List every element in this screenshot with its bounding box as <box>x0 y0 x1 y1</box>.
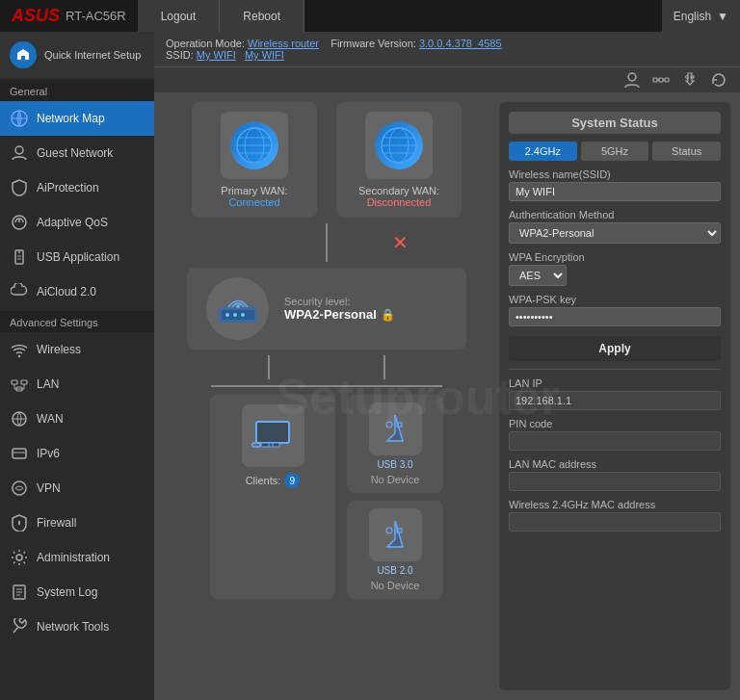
wpa-psk-label: WPA-PSK key <box>509 294 721 305</box>
tab-5ghz[interactable]: 5GHz <box>581 142 649 161</box>
aiprotection-icon <box>10 178 29 197</box>
lan-mac-field: LAN MAC address <box>509 458 721 491</box>
apply-button[interactable]: Apply <box>509 336 721 361</box>
sidebar-label-wan: WAN <box>37 412 64 426</box>
svg-rect-52 <box>261 443 269 447</box>
primary-wan-label: Primary WAN: Connected <box>221 185 287 208</box>
top-nav: Logout Reboot <box>138 0 662 32</box>
sidebar-item-aicloud[interactable]: AiCloud 2.0 <box>0 274 154 309</box>
disconnect-x-icon: ✕ <box>392 231 409 254</box>
sidebar-item-vpn[interactable]: VPN <box>0 471 154 506</box>
user-icon[interactable] <box>622 70 642 90</box>
refresh-icon[interactable] <box>709 70 728 90</box>
sidebar-item-wan[interactable]: WAN <box>0 402 154 436</box>
content-body: Primary WAN: Connected <box>154 92 740 700</box>
svg-point-45 <box>225 313 229 317</box>
ssid-value1[interactable]: My WIFI <box>197 49 236 61</box>
svg-rect-27 <box>659 78 663 82</box>
svg-point-54 <box>386 422 392 428</box>
sidebar-item-administration[interactable]: Administration <box>0 540 154 575</box>
security-mode-text: WPA2-Personal <box>284 307 377 322</box>
tab-24ghz[interactable]: 2.4GHz <box>509 142 577 161</box>
firewall-icon <box>10 513 29 532</box>
secondary-wan-status: Disconnected <box>358 196 439 208</box>
auth-method-select[interactable]: WPA2-Personal <box>509 222 721 244</box>
wpa-enc-select[interactable]: AES <box>509 265 567 286</box>
usb20-node[interactable]: USB 2.0 No Device <box>347 501 443 599</box>
usb-icon[interactable] <box>680 70 700 90</box>
tab-status[interactable]: Status <box>652 142 721 161</box>
sidebar-item-system-log[interactable]: System Log <box>0 575 154 609</box>
svg-point-19 <box>13 481 26 495</box>
wpa-enc-field: WPA Encryption AES <box>509 251 721 286</box>
svg-point-48 <box>236 304 240 308</box>
ssid-value2[interactable]: My WIFI <box>245 49 284 61</box>
lan-mac-value <box>509 472 721 491</box>
lan-ip-label: LAN IP <box>509 377 721 389</box>
sidebar-item-wireless[interactable]: Wireless <box>0 332 154 367</box>
svg-rect-49 <box>256 422 289 443</box>
svg-point-25 <box>628 73 636 81</box>
sidebar-item-firewall[interactable]: Firewall <box>0 506 154 540</box>
language-selector[interactable]: English ▼ <box>662 0 740 32</box>
svg-point-3 <box>15 146 23 154</box>
network-tools-icon <box>10 617 29 636</box>
clients-label: Clients: <box>246 475 281 486</box>
router-node[interactable]: Security level: WPA2-Personal 🔒 <box>187 268 466 350</box>
wan-nodes-row: Primary WAN: Connected <box>164 102 489 218</box>
usb-application-icon <box>10 247 29 267</box>
content-header: Operation Mode: Wireless router Firmware… <box>154 32 740 67</box>
sidebar-item-network-tools[interactable]: Network Tools <box>0 609 154 644</box>
ipv6-icon <box>10 444 29 463</box>
wpa-psk-input[interactable] <box>509 307 721 326</box>
sidebar-label-network-tools: Network Tools <box>37 620 109 634</box>
reboot-button[interactable]: Reboot <box>220 0 304 32</box>
wireless-24-mac-value <box>509 512 721 531</box>
primary-wan-icon <box>221 112 288 179</box>
top-bar: ASUS RT-AC56R Logout Reboot English ▼ <box>0 0 740 32</box>
sidebar-item-aiprotection[interactable]: AiProtection <box>0 170 154 205</box>
usb30-node[interactable]: USB 3.0 No Device <box>347 395 443 493</box>
sidebar-item-network-map[interactable]: Network Map <box>0 101 154 136</box>
network-map-icon <box>10 109 29 128</box>
clients-count-badge: 9 <box>284 473 300 488</box>
wan-icon <box>10 409 29 428</box>
content-area: Operation Mode: Wireless router Firmware… <box>154 32 740 700</box>
secondary-wan-node[interactable]: Secondary WAN: Disconnected <box>336 102 462 218</box>
clients-node[interactable]: Clients: 9 <box>210 395 335 599</box>
sidebar-item-ipv6[interactable]: IPv6 <box>0 436 154 471</box>
sidebar-item-usb-application[interactable]: USB Application <box>0 240 154 274</box>
sidebar-item-quick-setup[interactable]: Quick Internet Setup <box>0 32 154 78</box>
usb20-icon <box>369 508 422 561</box>
operation-mode-value[interactable]: Wireless router <box>248 38 319 49</box>
firmware-value[interactable]: 3.0.0.4.378_4585 <box>419 38 502 49</box>
lan-mac-label: LAN MAC address <box>509 458 721 470</box>
sidebar-label-wireless: Wireless <box>37 343 81 356</box>
svg-point-46 <box>233 313 237 317</box>
secondary-wan-icon <box>365 112 433 179</box>
lan-ip-field: LAN IP 192.168.1.1 <box>509 377 721 410</box>
content-body-wrap: Setuprouter <box>154 92 740 700</box>
svg-point-31 <box>686 76 689 79</box>
sidebar-label-vpn: VPN <box>37 481 61 495</box>
main-layout: Quick Internet Setup General Network Map… <box>0 32 740 700</box>
primary-wan-node[interactable]: Primary WAN: Connected <box>192 102 317 218</box>
wireless-name-input[interactable] <box>509 182 721 201</box>
firmware-label: Firmware Version: <box>330 38 416 49</box>
svg-point-8 <box>18 355 20 357</box>
network-icon[interactable] <box>651 70 671 90</box>
vpn-icon <box>10 479 29 498</box>
svg-rect-17 <box>13 449 26 458</box>
svg-rect-50 <box>252 443 260 447</box>
logo: ASUS RT-AC56R <box>0 6 138 26</box>
auth-method-label: Authentication Method <box>509 209 721 220</box>
svg-rect-26 <box>653 78 657 82</box>
horiz-connector <box>164 385 489 389</box>
router-security-label: Security level: WPA2-Personal 🔒 <box>284 296 395 322</box>
sidebar-item-adaptive-qos[interactable]: Adaptive QoS <box>0 205 154 240</box>
sidebar-item-guest-network[interactable]: Guest Network <box>0 136 154 170</box>
logout-button[interactable]: Logout <box>138 0 221 32</box>
globe-icon-primary <box>230 121 278 169</box>
sidebar-item-lan[interactable]: LAN <box>0 367 154 402</box>
usb20-status: No Device <box>371 580 420 591</box>
